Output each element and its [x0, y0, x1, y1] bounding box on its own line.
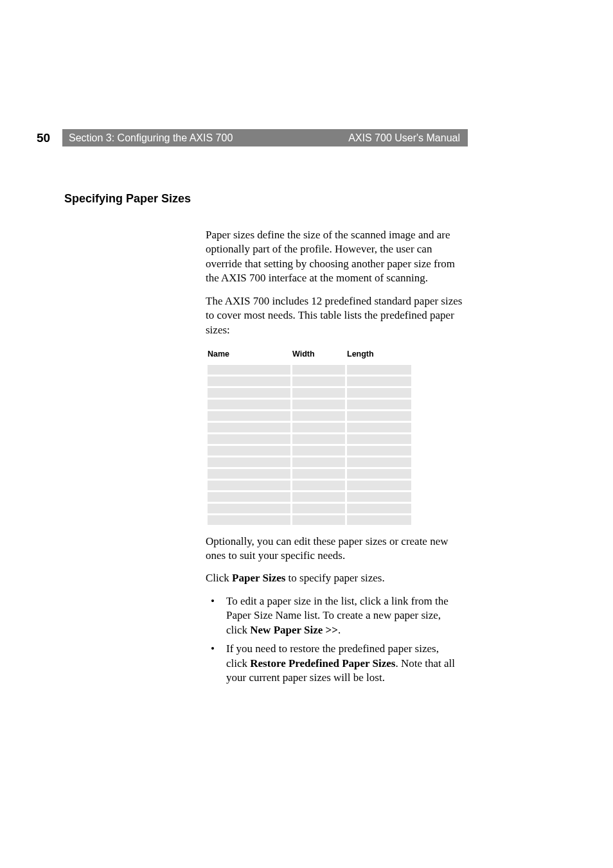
cell-name [208, 492, 290, 502]
header-section-right: AXIS 700 User's Manual [348, 132, 460, 144]
table-row [208, 469, 411, 479]
page-number: 50 [37, 129, 62, 146]
bullet-item-1: To edit a paper size in the list, click … [206, 594, 463, 637]
table-header-name: Name [208, 348, 290, 363]
cell-width [292, 423, 345, 432]
cell-length [347, 457, 411, 467]
cell-name [208, 469, 290, 479]
page: 50 Section 3: Configuring the AXIS 700 A… [0, 0, 613, 868]
bullet-list: To edit a paper size in the list, click … [206, 594, 463, 686]
cell-name [208, 457, 290, 467]
cell-width [292, 481, 345, 490]
header-section-left: Section 3: Configuring the AXIS 700 [69, 132, 233, 144]
cell-width [292, 365, 345, 375]
table-header-length: Length [347, 348, 411, 363]
cell-length [347, 515, 411, 525]
paragraph-3: Optionally, you can edit these paper siz… [206, 535, 463, 563]
table-row [208, 411, 411, 421]
table-row [208, 423, 411, 432]
cell-width [292, 411, 345, 421]
paragraph-1: Paper sizes define the size of the scann… [206, 228, 463, 286]
cell-length [347, 446, 411, 456]
cell-length [347, 504, 411, 513]
section-title: Specifying Paper Sizes [64, 192, 191, 206]
cell-name [208, 423, 290, 432]
table-row [208, 492, 411, 502]
cell-width [292, 376, 345, 386]
cell-name [208, 388, 290, 398]
cell-width [292, 469, 345, 479]
cell-name [208, 515, 290, 525]
cell-name [208, 481, 290, 490]
page-header: 50 Section 3: Configuring the AXIS 700 A… [37, 129, 468, 146]
table-row [208, 457, 411, 467]
cell-name [208, 504, 290, 513]
cell-length [347, 469, 411, 479]
b1-c: . [338, 624, 341, 636]
cell-width [292, 492, 345, 502]
cell-name [208, 376, 290, 386]
body-area: Paper sizes define the size of the scann… [206, 228, 463, 690]
table-row [208, 504, 411, 513]
table-header-width: Width [292, 348, 345, 363]
table-row [208, 515, 411, 525]
p4-bold: Paper Sizes [232, 572, 285, 584]
table-row [208, 388, 411, 398]
cell-width [292, 446, 345, 456]
table-row [208, 434, 411, 444]
p4-post: to specify paper sizes. [285, 572, 384, 584]
cell-length [347, 481, 411, 490]
cell-name [208, 411, 290, 421]
b1-bold: New Paper Size >> [250, 624, 338, 636]
b2-bold1: Restore Predefined Paper Sizes [250, 657, 395, 669]
table-row [208, 481, 411, 490]
cell-name [208, 400, 290, 409]
bullet-item-2: If you need to restore the predefined pa… [206, 642, 463, 685]
table-header-row: Name Width Length [208, 348, 411, 363]
paragraph-2: The AXIS 700 includes 12 predefined stan… [206, 294, 463, 337]
table-row [208, 376, 411, 386]
cell-length [347, 411, 411, 421]
cell-length [347, 400, 411, 409]
cell-length [347, 423, 411, 432]
cell-width [292, 515, 345, 525]
cell-width [292, 434, 345, 444]
cell-length [347, 376, 411, 386]
paragraph-4: Click Paper Sizes to specify paper sizes… [206, 571, 463, 585]
header-bar-gray: Section 3: Configuring the AXIS 700 AXIS… [62, 129, 468, 146]
table-row [208, 400, 411, 409]
table-row [208, 446, 411, 456]
cell-width [292, 457, 345, 467]
paper-size-table: Name Width Length [206, 346, 413, 527]
cell-length [347, 492, 411, 502]
cell-name [208, 446, 290, 456]
cell-length [347, 388, 411, 398]
cell-name [208, 365, 290, 375]
table-row [208, 365, 411, 375]
cell-width [292, 388, 345, 398]
cell-width [292, 504, 345, 513]
cell-length [347, 365, 411, 375]
cell-name [208, 434, 290, 444]
p4-pre: Click [206, 572, 232, 584]
cell-width [292, 400, 345, 409]
cell-length [347, 434, 411, 444]
